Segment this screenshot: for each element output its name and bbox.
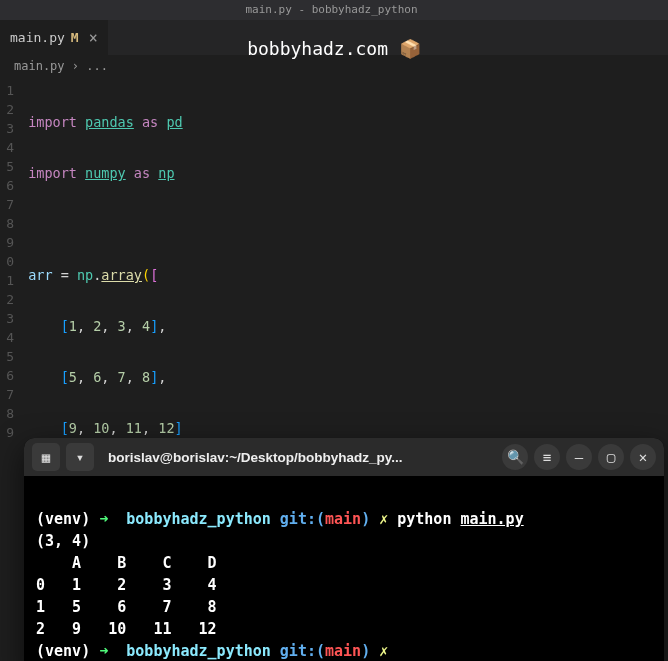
code-line: arr = np.array([ — [20, 266, 668, 285]
terminal-body[interactable]: (venv) ➜ bobbyhadz_python git:(main) ✗ p… — [24, 476, 664, 661]
menu-button[interactable]: ≡ — [534, 444, 560, 470]
close-icon: ✕ — [639, 449, 647, 465]
watermark-text: bobbyhadz.com 📦 — [247, 38, 421, 59]
tab-main-py[interactable]: main.py M × — [0, 20, 109, 55]
terminal-titlebar[interactable]: ▦ ▾ borislav@borislav:~/Desktop/bobbyhad… — [24, 438, 664, 476]
new-tab-button[interactable]: ▦ — [32, 443, 60, 471]
tab-filename: main.py — [10, 30, 65, 45]
breadcrumb-rest: ... — [86, 59, 108, 73]
search-icon: 🔍 — [507, 449, 524, 465]
terminal-title: borislav@borislav:~/Desktop/bobbyhadz_py… — [100, 450, 496, 465]
code-line: [1, 2, 3, 4], — [20, 317, 668, 336]
line-gutter: 123 456 789 012 345 678 9 — [0, 81, 20, 661]
close-icon[interactable]: × — [89, 29, 98, 47]
minimize-icon: — — [575, 449, 583, 465]
code-line: import pandas as pd — [20, 113, 668, 132]
maximize-button[interactable]: ▢ — [598, 444, 624, 470]
close-button[interactable]: ✕ — [630, 444, 656, 470]
search-button[interactable]: 🔍 — [502, 444, 528, 470]
chevron-right-icon: › — [72, 59, 79, 73]
terminal-window: ▦ ▾ borislav@borislav:~/Desktop/bobbyhad… — [24, 438, 664, 661]
dropdown-button[interactable]: ▾ — [66, 443, 94, 471]
code-line — [20, 215, 668, 234]
code-line: [9, 10, 11, 12] — [20, 419, 668, 438]
app-title-bar: main.py - bobbyhadz_python — [0, 0, 668, 20]
watermark-label: bobbyhadz.com 📦 — [247, 38, 421, 59]
modified-indicator: M — [71, 30, 79, 45]
chevron-down-icon: ▾ — [76, 449, 84, 465]
menu-icon: ≡ — [543, 449, 551, 465]
code-line: [5, 6, 7, 8], — [20, 368, 668, 387]
app-title: main.py - bobbyhadz_python — [245, 3, 417, 16]
code-line: import numpy as np — [20, 164, 668, 183]
maximize-icon: ▢ — [607, 449, 615, 465]
minimize-button[interactable]: — — [566, 444, 592, 470]
breadcrumb-file: main.py — [14, 59, 65, 73]
